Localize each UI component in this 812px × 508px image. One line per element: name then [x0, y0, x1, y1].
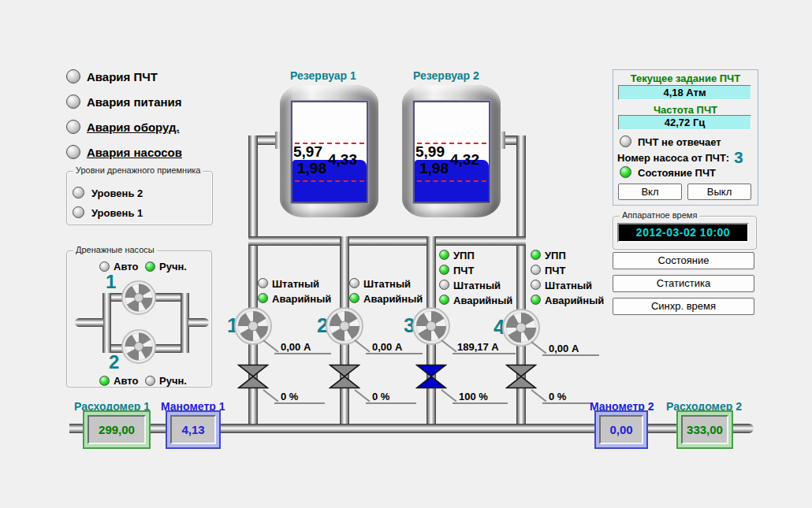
manometer2-value: 0,00	[599, 415, 643, 444]
alarm-pct-led	[66, 69, 80, 83]
tank2-window: 5,99 4,32 1,98	[413, 101, 490, 203]
drainage-pump1-icon[interactable]	[121, 280, 156, 315]
pump2-valve-percent: 0 %	[372, 391, 389, 402]
flowmeter1-display: 299,00	[83, 410, 151, 449]
statistics-button[interactable]: Статистика	[613, 275, 754, 292]
pct-state-led	[620, 166, 631, 178]
drainage1-manual-label: Ручн.	[159, 261, 187, 273]
pump2-valve-underline	[366, 402, 416, 404]
sync-time-button[interactable]: Синхр. время	[613, 298, 754, 315]
pump1-normal-label: Штатный	[272, 278, 319, 290]
flowmeter2-value: 333,00	[681, 415, 728, 444]
pump3-valve[interactable]	[415, 364, 447, 389]
pump3-fault-led	[439, 295, 449, 305]
drainage2-manual-led[interactable]	[145, 376, 155, 386]
pump2-normal-led	[349, 278, 359, 288]
manometer1-value: 4,13	[170, 415, 216, 444]
pump2-valve[interactable]	[329, 364, 360, 389]
pump4-soft-starter-led	[531, 250, 541, 260]
drainage-stub-left	[75, 318, 103, 327]
tank2-low-limit-line	[417, 180, 486, 182]
pump3-icon[interactable]	[412, 307, 450, 345]
pipe-manifold	[248, 236, 526, 246]
pump1-normal-led	[258, 278, 268, 288]
pump1-valve[interactable]	[237, 364, 269, 389]
pump4-valve-callout-line	[531, 389, 546, 402]
drainage-pipe-left	[102, 293, 111, 353]
pump1-fault-label: Аварийный	[272, 293, 331, 305]
alarm-equipment-link[interactable]: Авария оборуд.	[87, 121, 180, 134]
tank1: 5,97 4,33 1,98	[280, 85, 378, 217]
pump1-valve-callout-line	[263, 389, 278, 402]
alarm-pct-label: Авария ПЧТ	[87, 70, 158, 83]
level2-led	[73, 187, 84, 198]
pct-frequency-value: 42,72 Гц	[618, 115, 751, 130]
drainage2-auto-led[interactable]	[99, 376, 110, 386]
pct-state-label: Состояние ПЧТ	[638, 167, 716, 179]
pct-frequency-title: Частота ПЧТ	[613, 104, 758, 116]
drainage1-manual-led[interactable]	[145, 261, 155, 272]
drainage-stub-right	[188, 318, 209, 327]
pct-no-response-led	[620, 135, 631, 147]
tank2: 5,99 4,32 1,98	[402, 85, 501, 217]
hardware-time-groupbox: Аппаратное время 2012-03-02 10:00	[613, 216, 757, 250]
tank1-value-3: 1,98	[297, 161, 326, 176]
pump2-current-value: 0,00 А	[372, 341, 402, 353]
alarm-pumps-led	[66, 145, 80, 159]
alarm-power-label: Авария питания	[87, 95, 182, 109]
tank2-title: Резервуар 2	[413, 69, 479, 82]
drainage1-auto-label: Авто	[114, 261, 138, 273]
tank1-low-limit-line	[295, 180, 364, 182]
drainage-pump2-icon[interactable]	[121, 329, 156, 364]
pump3-current-value: 189,17 А	[457, 341, 499, 353]
pct-on-button[interactable]: Вкл	[618, 184, 682, 200]
pct-control-panel: Текущее задание ПЧТ 4,18 Атм Частота ПЧТ…	[613, 69, 758, 206]
tank2-value-1: 5,99	[415, 144, 445, 159]
pump4-normal-led	[531, 280, 541, 290]
drainage-group-title: Дренажные насосы	[73, 245, 157, 254]
pump1-callout-underline	[274, 353, 331, 354]
pump3-valve-callout-line	[441, 389, 456, 402]
pump4-icon[interactable]	[502, 309, 540, 347]
pump1-fault-led	[258, 293, 268, 303]
drainage2-auto-label: Авто	[114, 375, 138, 387]
pump1-valve-percent: 0 %	[281, 391, 298, 402]
flowmeter1-value: 299,00	[88, 415, 146, 444]
pct-off-button[interactable]: Выкл	[687, 184, 751, 200]
pump4-fault-label: Аварийный	[545, 295, 604, 306]
pump3-valve-underline	[453, 402, 508, 404]
drainage-pump1-number: 1	[106, 271, 116, 293]
pump4-fault-led	[531, 295, 541, 305]
pump4-vfd-label: ПЧТ	[545, 265, 565, 276]
status-button[interactable]: Состояние	[613, 252, 754, 269]
pump4-soft-starter-label: УПП	[545, 250, 566, 261]
level1-label: Уровень 1	[91, 207, 143, 219]
pump2-fault-led	[349, 293, 359, 303]
manometer2-display: 0,00	[594, 410, 648, 449]
pump4-callout-underline	[542, 354, 599, 356]
pump2-fault-label: Аварийный	[363, 293, 423, 305]
tank1-window: 5,97 4,33 1,98	[291, 101, 368, 203]
pump1-icon[interactable]	[234, 307, 272, 345]
pump3-normal-label: Штатный	[453, 280, 501, 291]
alarm-power-led	[66, 95, 80, 109]
tank2-value-3: 1,98	[419, 161, 449, 176]
pct-pump-number-value: 3	[734, 148, 743, 167]
alarm-equipment-led	[66, 120, 80, 134]
pump3-callout-underline	[453, 353, 516, 354]
scada-screen: Авария ПЧТ Авария питания Авария оборуд.…	[0, 0, 812, 508]
pump3-fault-label: Аварийный	[453, 295, 512, 306]
tank1-value-1: 5,97	[293, 144, 322, 159]
pump2-icon[interactable]	[326, 307, 363, 345]
alarm-pumps-link[interactable]: Авария насосов	[87, 146, 182, 159]
hardware-time-title: Аппаратное время	[620, 210, 699, 220]
pump3-normal-led	[439, 280, 449, 290]
pump4-normal-label: Штатный	[545, 280, 592, 291]
drainage2-manual-label: Ручн.	[159, 375, 187, 387]
hardware-time-display: 2012-03-02 10:00	[617, 223, 749, 243]
pump2-normal-label: Штатный	[363, 278, 411, 290]
tank2-value-2: 4,32	[450, 152, 479, 167]
pump3-vfd-label: ПЧТ	[453, 265, 474, 276]
manometer1-display: 4,13	[166, 410, 221, 449]
pump4-valve[interactable]	[505, 364, 537, 389]
